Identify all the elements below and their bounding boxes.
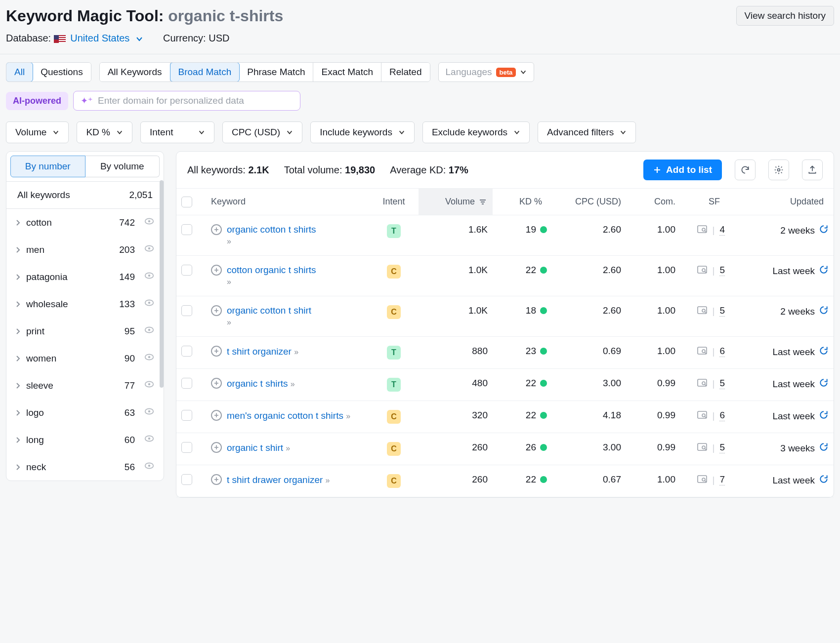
sidebar-item[interactable]: neck 56 (6, 453, 164, 481)
eye-icon[interactable] (144, 406, 155, 419)
tab-all-keywords[interactable]: All Keywords (100, 63, 170, 81)
expand-icon[interactable]: » (286, 444, 290, 453)
refresh-row-icon[interactable] (819, 442, 829, 454)
row-checkbox[interactable] (181, 410, 192, 421)
sidebar-item[interactable]: men 203 (6, 236, 164, 263)
filter-exclude[interactable]: Exclude keywords (422, 121, 530, 143)
sidebar-tab-by-number[interactable]: By number (10, 156, 85, 177)
row-checkbox[interactable] (181, 346, 192, 357)
refresh-row-icon[interactable] (819, 378, 829, 390)
filter-cpc[interactable]: CPC (USD) (222, 121, 302, 143)
serp-icon[interactable] (697, 225, 707, 236)
refresh-button[interactable] (735, 160, 756, 180)
filter-advanced[interactable]: Advanced filters (538, 121, 636, 143)
add-keyword-icon[interactable]: + (211, 224, 222, 235)
keyword-link[interactable]: organic t shirts (227, 378, 288, 389)
eye-icon[interactable] (144, 297, 155, 311)
serp-icon[interactable] (697, 265, 707, 276)
keyword-link[interactable]: men's organic cotton t shirts (227, 410, 343, 421)
keyword-link[interactable]: organic cotton t shirt (227, 305, 311, 316)
add-keyword-icon[interactable]: + (211, 474, 222, 485)
add-keyword-icon[interactable]: + (211, 265, 222, 276)
filter-kd[interactable]: KD % (77, 121, 132, 143)
sidebar-item[interactable]: sleeve 77 (6, 372, 164, 399)
col-sf[interactable]: SF (680, 197, 725, 207)
add-keyword-icon[interactable]: + (211, 442, 222, 453)
filter-include[interactable]: Include keywords (310, 121, 415, 143)
eye-icon[interactable] (144, 270, 155, 283)
expand-icon[interactable]: » (346, 412, 350, 421)
add-to-list-button[interactable]: Add to list (643, 160, 722, 180)
sidebar-item[interactable]: cotton 742 (6, 209, 164, 236)
keyword-link[interactable]: organic t shirt (227, 442, 283, 453)
serp-icon[interactable] (697, 475, 707, 485)
refresh-row-icon[interactable] (819, 410, 829, 422)
sidebar-item[interactable]: wholesale 133 (6, 290, 164, 318)
filter-intent[interactable]: Intent (140, 121, 214, 143)
eye-icon[interactable] (144, 460, 155, 474)
tab-exact-match[interactable]: Exact Match (313, 63, 381, 81)
add-keyword-icon[interactable]: + (211, 346, 222, 357)
scrollbar[interactable] (160, 180, 164, 388)
add-keyword-icon[interactable]: + (211, 378, 222, 389)
row-checkbox[interactable] (181, 305, 192, 316)
expand-icon[interactable]: » (294, 348, 298, 357)
row-checkbox[interactable] (181, 378, 192, 389)
export-button[interactable] (802, 160, 823, 180)
row-checkbox[interactable] (181, 224, 192, 235)
refresh-row-icon[interactable] (819, 224, 829, 237)
expand-icon[interactable]: » (227, 237, 231, 246)
refresh-row-icon[interactable] (819, 265, 829, 277)
eye-icon[interactable] (144, 433, 155, 446)
expand-icon[interactable]: » (227, 278, 231, 286)
keyword-link[interactable]: t shirt drawer organizer (227, 475, 323, 485)
serp-icon[interactable] (697, 410, 707, 421)
serp-icon[interactable] (697, 442, 707, 453)
add-keyword-icon[interactable]: + (211, 305, 222, 316)
refresh-row-icon[interactable] (819, 305, 829, 318)
keyword-link[interactable]: cotton organic t shirts (227, 265, 316, 275)
sidebar-item[interactable]: patagonia 149 (6, 263, 164, 290)
sidebar-all-keywords[interactable]: All keywords 2,051 (6, 182, 164, 209)
eye-icon[interactable] (144, 379, 155, 392)
filter-volume[interactable]: Volume (6, 121, 69, 143)
select-all-checkbox[interactable] (181, 197, 192, 207)
eye-icon[interactable] (144, 216, 155, 229)
serp-icon[interactable] (697, 378, 707, 389)
col-updated[interactable]: Updated (725, 197, 829, 207)
add-keyword-icon[interactable]: + (211, 410, 222, 421)
sidebar-item[interactable]: print 95 (6, 318, 164, 345)
row-checkbox[interactable] (181, 442, 192, 453)
expand-icon[interactable]: » (291, 380, 295, 389)
col-volume[interactable]: Volume (419, 189, 493, 215)
settings-button[interactable] (768, 160, 789, 180)
col-intent[interactable]: Intent (369, 197, 419, 207)
sidebar-item[interactable]: long 60 (6, 426, 164, 453)
col-com[interactable]: Com. (626, 197, 680, 207)
row-checkbox[interactable] (181, 474, 192, 485)
tab-phrase-match[interactable]: Phrase Match (239, 63, 313, 81)
tab-related[interactable]: Related (381, 63, 430, 81)
eye-icon[interactable] (144, 352, 155, 365)
expand-icon[interactable]: » (227, 318, 231, 327)
refresh-row-icon[interactable] (819, 474, 829, 486)
database-selector[interactable]: Database: United States (6, 33, 143, 44)
tab-all[interactable]: All (6, 62, 33, 82)
view-search-history-button[interactable]: View search history (736, 6, 834, 26)
tab-questions[interactable]: Questions (33, 63, 91, 81)
col-kd[interactable]: KD % (493, 197, 547, 207)
expand-icon[interactable]: » (326, 476, 330, 485)
languages-dropdown[interactable]: Languages beta (438, 62, 535, 82)
eye-icon[interactable] (144, 324, 155, 338)
col-keyword[interactable]: Keyword (211, 197, 369, 207)
serp-icon[interactable] (697, 306, 707, 317)
eye-icon[interactable] (144, 243, 155, 256)
sidebar-tab-by-volume[interactable]: By volume (85, 156, 160, 177)
domain-input[interactable] (98, 95, 293, 106)
sidebar-item[interactable]: logo 63 (6, 399, 164, 426)
col-cpc[interactable]: CPC (USD) (547, 197, 626, 207)
sidebar-item[interactable]: women 90 (6, 345, 164, 372)
keyword-link[interactable]: organic cotton t shirts (227, 224, 316, 235)
keyword-link[interactable]: t shirt organizer (227, 346, 292, 357)
tab-broad-match[interactable]: Broad Match (170, 62, 240, 82)
